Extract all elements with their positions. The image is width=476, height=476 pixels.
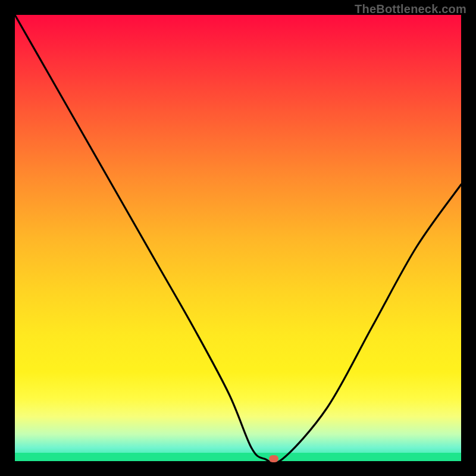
- curve-svg: [15, 15, 461, 461]
- bottleneck-curve-path: [15, 15, 461, 463]
- optimal-point-marker: [269, 455, 278, 462]
- chart-stage: TheBottleneck.com: [0, 0, 476, 476]
- plot-area: [15, 15, 461, 461]
- watermark-text: TheBottleneck.com: [355, 2, 466, 16]
